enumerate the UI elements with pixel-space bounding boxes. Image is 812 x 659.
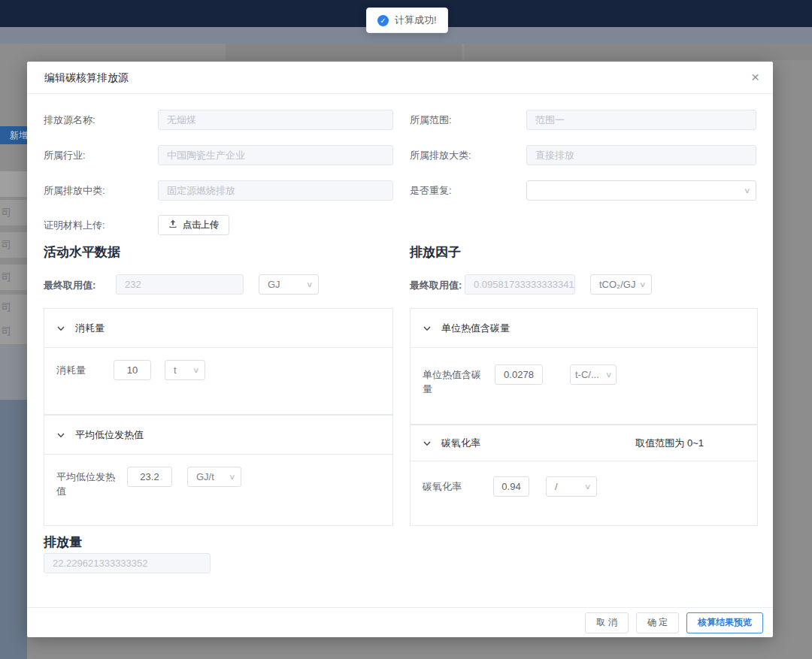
emission-factor-heading: 排放因子 (410, 243, 461, 261)
success-check-icon: ✓ (377, 15, 389, 26)
industry-label: 所属行业: (44, 145, 158, 165)
chevron-down-icon: ∨ (639, 280, 647, 289)
carbon-content-input[interactable]: 0.0278 (495, 364, 543, 385)
factor-unit-select[interactable]: tCO₂/GJ ∨ (590, 274, 652, 295)
success-toast: ✓ 计算成功! (366, 8, 448, 33)
toast-message: 计算成功! (395, 14, 437, 27)
heating-value-panel: 平均低位发热值 平均低位发热值 23.2 GJ/t ∨ (44, 415, 393, 526)
consumption-input[interactable]: 10 (114, 360, 151, 380)
oxidation-rate-unit-select[interactable]: / ∨ (546, 476, 597, 497)
chevron-down-icon: ∨ (229, 473, 236, 481)
chevron-down-icon (56, 324, 65, 333)
consumption-panel-header[interactable]: 消耗量 (44, 309, 392, 348)
background-card (465, 44, 812, 60)
consumption-unit-select[interactable]: t ∨ (165, 360, 205, 380)
consumption-unit-value: t (174, 364, 177, 376)
table-row[interactable]: 司 (0, 265, 27, 290)
chevron-down-icon (423, 324, 432, 333)
chevron-down-icon: ∨ (192, 366, 200, 374)
upload-button[interactable]: 点击上传 (158, 215, 229, 235)
source-name-label: 排放源名称: (44, 110, 158, 130)
chevron-down-icon (423, 439, 432, 448)
cancel-button[interactable]: 取 消 (585, 612, 628, 633)
panel-title: 碳氧化率 (441, 437, 480, 450)
dialog-footer: 取 消 确 定 核算结果预览 (27, 607, 773, 637)
activity-final-label: 最终取用值: (44, 274, 110, 295)
edit-emission-source-dialog: 编辑碳核算排放源 × 排放源名称: 无烟煤 所属范围: 范围一 所属行业: 中国… (27, 62, 773, 637)
consumption-row-label: 消耗量 (56, 360, 114, 380)
heating-value-unit-select[interactable]: GJ/t ∨ (187, 467, 241, 487)
table-header-row (0, 171, 27, 197)
heating-value-unit: GJ/t (196, 471, 214, 482)
chevron-down-icon: ∨ (584, 482, 592, 491)
upload-button-label: 点击上传 (183, 219, 219, 231)
factor-unit-value: tCO₂/GJ (599, 279, 635, 290)
activity-unit-select[interactable]: GJ ∨ (259, 274, 319, 295)
chevron-down-icon: ∨ (744, 186, 751, 195)
is-duplicate-select[interactable]: ∨ (526, 180, 756, 201)
panel-title: 平均低位发热值 (75, 428, 144, 442)
carbon-content-unit-select[interactable]: t-C/... ∨ (570, 364, 617, 385)
chevron-down-icon: ∨ (306, 280, 314, 289)
upload-icon (168, 219, 177, 231)
heating-value-row-label: 平均低位发热值 (56, 467, 115, 498)
scope-label: 所属范围: (410, 110, 526, 130)
value-range-hint: 取值范围为 0~1 (635, 437, 704, 450)
major-category-label: 所属排放大类: (410, 145, 526, 165)
add-button[interactable]: 新增 (0, 126, 30, 144)
chevron-down-icon (56, 431, 65, 440)
scope-input[interactable]: 范围一 (526, 110, 756, 130)
dialog-header: 编辑碳核算排放源 × (27, 62, 773, 94)
emission-amount-input[interactable]: 22.229621333333352 (44, 553, 211, 573)
is-duplicate-label: 是否重复: (410, 180, 526, 201)
background-panel (0, 346, 27, 400)
major-category-input[interactable]: 直接排放 (526, 145, 756, 165)
table-row[interactable]: 司 (0, 200, 27, 225)
oxidation-rate-unit: / (555, 481, 558, 492)
table-row[interactable]: 司 (0, 295, 27, 320)
oxidation-rate-input[interactable]: 0.94 (493, 476, 529, 497)
close-icon[interactable]: × (751, 68, 759, 86)
carbon-content-panel: 单位热值含碳量 单位热值含碳量 0.0278 t-C/... ∨ (410, 308, 758, 425)
table-row[interactable]: 司 (0, 232, 27, 258)
factor-final-input[interactable]: 0.09581733333333341 (465, 274, 575, 295)
activity-final-input[interactable]: 232 (116, 274, 244, 295)
carbon-content-row-label: 单位热值含碳量 (423, 364, 483, 396)
emission-amount-heading: 排放量 (44, 534, 82, 551)
source-name-input[interactable]: 无烟煤 (158, 110, 393, 130)
dialog-title: 编辑碳核算排放源 (44, 71, 129, 85)
carbon-content-unit: t-C/... (575, 369, 599, 380)
oxidation-rate-row-label: 碳氧化率 (423, 476, 481, 497)
panel-title: 单位热值含碳量 (441, 322, 510, 335)
heating-value-panel-header[interactable]: 平均低位发热值 (44, 416, 392, 455)
oxidation-rate-panel-header[interactable]: 碳氧化率 取值范围为 0~1 (411, 425, 757, 461)
industry-input[interactable]: 中国陶瓷生产企业 (158, 145, 393, 165)
chevron-down-icon: ∨ (605, 370, 613, 379)
upload-label: 证明材料上传: (44, 215, 158, 235)
panel-title: 消耗量 (75, 322, 105, 335)
heating-value-input[interactable]: 23.2 (127, 467, 172, 487)
confirm-button[interactable]: 确 定 (636, 612, 679, 633)
table-row[interactable]: 司 (0, 319, 27, 344)
background-card (226, 44, 462, 60)
middle-category-input[interactable]: 固定源燃烧排放 (158, 180, 393, 201)
oxidation-rate-panel: 碳氧化率 取值范围为 0~1 碳氧化率 0.94 / ∨ (410, 425, 758, 526)
middle-category-label: 所属排放中类: (44, 180, 158, 201)
activity-unit-value: GJ (268, 279, 280, 290)
consumption-panel: 消耗量 消耗量 10 t ∨ (44, 308, 393, 415)
result-preview-button[interactable]: 核算结果预览 (686, 612, 763, 633)
background-footer-area (0, 400, 27, 659)
carbon-content-panel-header[interactable]: 单位热值含碳量 (411, 309, 757, 348)
activity-data-heading: 活动水平数据 (44, 243, 120, 261)
